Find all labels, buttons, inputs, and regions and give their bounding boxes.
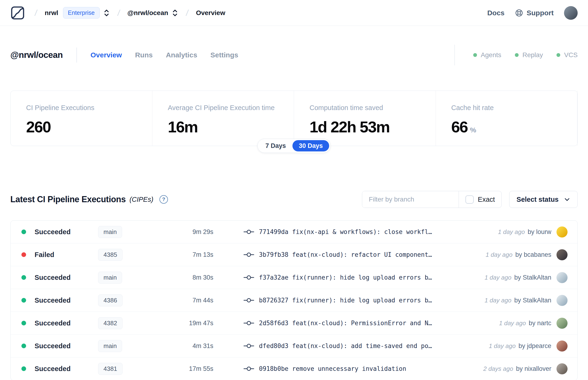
top-navbar: / nrwl Enterprise / @nrwl/ocean / Overvi… <box>0 0 588 26</box>
commit-cell[interactable]: f37a32ae fix(runner): hide log upload er… <box>244 274 485 281</box>
indicator-replay[interactable]: Replay <box>515 51 543 59</box>
indicator-label: Replay <box>522 51 543 59</box>
branch-badge[interactable]: 4382 <box>98 317 123 329</box>
commit-text: 2d58f6d3 feat(nx-cloud): PermissionError… <box>259 320 432 327</box>
green-dot-icon <box>556 53 560 57</box>
workspace-tabs: Overview Runs Analytics Settings <box>91 51 238 59</box>
divider <box>455 45 455 65</box>
cipe-row[interactable]: Failed 4385 7m 13s 3b79fb38 feat(nx-clou… <box>11 243 577 266</box>
stat-value: 260 <box>26 118 148 136</box>
commit-cell[interactable]: 771499da fix(nx-api & workflows): close … <box>244 228 498 235</box>
lifebuoy-icon <box>515 9 523 17</box>
branch-badge[interactable]: 4386 <box>98 294 123 306</box>
duration-label: 7m 13s <box>152 251 213 258</box>
cipe-row[interactable]: Succeeded 4386 7m 44s b8726327 fix(runne… <box>11 289 577 312</box>
cipe-row[interactable]: Succeeded main 8m 30s f37a32ae fix(runne… <box>11 266 577 289</box>
commit-cell[interactable]: 2d58f6d3 feat(nx-cloud): PermissionError… <box>244 320 499 327</box>
git-commit-icon <box>244 365 254 372</box>
tab-overview[interactable]: Overview <box>91 51 122 59</box>
branch-badge[interactable]: main <box>98 340 122 352</box>
workspace-title: @nrwl/ocean <box>10 50 63 60</box>
status-select-button[interactable]: Select status <box>509 191 578 208</box>
branch-badge[interactable]: 4385 <box>98 249 123 261</box>
author-label: by lourw <box>528 228 551 236</box>
enterprise-badge[interactable]: Enterprise <box>63 7 100 19</box>
cipe-table: Succeeded main 9m 29s 771499da fix(nx-ap… <box>10 220 578 380</box>
author-label: by StalkAltan <box>514 274 551 281</box>
cipe-row[interactable]: Succeeded 4382 19m 47s 2d58f6d3 feat(nx-… <box>11 312 577 335</box>
branch-column: main <box>98 272 152 284</box>
commit-meta: 1 day ago by StalkAltan <box>485 274 551 281</box>
cipe-row[interactable]: Succeeded main 4m 31s dfed80d3 feat(nx-c… <box>11 335 577 358</box>
commit-text: 3b79fb38 feat(nx-cloud): refactor UI com… <box>259 251 432 258</box>
branch-filter-input[interactable] <box>362 191 458 208</box>
status-label: Succeeded <box>35 342 98 350</box>
tab-runs[interactable]: Runs <box>135 51 153 59</box>
duration-label: 8m 30s <box>152 274 213 281</box>
branch-column: 4385 <box>98 249 152 261</box>
stat-card-cache-hit-rate: Cache hit rate 66% <box>436 91 578 146</box>
indicator-label: VCS <box>564 51 578 59</box>
branch-badge[interactable]: 4381 <box>98 363 123 375</box>
status-label: Succeeded <box>35 365 98 373</box>
author-avatar <box>556 272 568 283</box>
commit-cell[interactable]: b8726327 fix(runner): hide log upload er… <box>244 297 485 304</box>
author-label: by bcabanes <box>515 251 551 258</box>
cipe-row[interactable]: Succeeded 4381 17m 55s 0918b0be remove u… <box>11 358 577 380</box>
commit-cell[interactable]: dfed80d3 feat(nx-cloud): add time-saved … <box>244 342 489 349</box>
stat-label: Average CI Pipeline Execution time <box>168 104 289 112</box>
tab-settings[interactable]: Settings <box>210 51 238 59</box>
user-avatar[interactable] <box>564 6 578 20</box>
support-link[interactable]: Support <box>515 9 554 17</box>
workspace-header: @nrwl/ocean Overview Runs Analytics Sett… <box>0 49 588 61</box>
commit-cell[interactable]: 0918b0be remove unnecessary invalidation <box>244 365 483 372</box>
duration-label: 4m 31s <box>152 342 213 350</box>
period-option-7-days[interactable]: 7 Days <box>259 140 292 152</box>
divider <box>76 47 77 62</box>
org-switcher-chevrons-icon[interactable] <box>103 9 110 17</box>
workspace-switcher-chevrons-icon[interactable] <box>171 9 178 17</box>
exact-checkbox[interactable] <box>465 195 474 204</box>
duration-label: 17m 55s <box>152 365 213 373</box>
stat-value: 1d 22h 53m <box>309 118 431 136</box>
tab-analytics[interactable]: Analytics <box>166 51 197 59</box>
stat-value: 16m <box>168 118 289 136</box>
author-avatar <box>556 249 568 260</box>
status-dot-icon <box>21 343 26 348</box>
commit-text: f37a32ae fix(runner): hide log upload er… <box>259 274 432 281</box>
stats-cards: CI Pipeline Executions 260 Average CI Pi… <box>10 91 578 146</box>
author-label: by nartc <box>529 320 551 327</box>
commit-text: 0918b0be remove unnecessary invalidation <box>259 365 406 372</box>
branch-badge[interactable]: main <box>98 272 122 284</box>
git-commit-icon <box>244 342 254 349</box>
nx-cloud-logo-icon[interactable] <box>10 6 25 20</box>
indicator-agents[interactable]: Agents <box>473 51 501 59</box>
time-ago: 1 day ago <box>485 297 511 304</box>
docs-link[interactable]: Docs <box>487 9 505 17</box>
breadcrumb-workspace[interactable]: @nrwl/ocean <box>128 9 168 17</box>
chevron-down-icon <box>564 196 570 203</box>
green-dot-icon <box>473 53 477 57</box>
exact-toggle: Exact <box>459 191 502 208</box>
commit-cell[interactable]: 3b79fb38 feat(nx-cloud): refactor UI com… <box>244 251 486 258</box>
breadcrumb-org[interactable]: nrwl <box>45 9 58 17</box>
cipe-row[interactable]: Succeeded main 9m 29s 771499da fix(nx-ap… <box>11 221 577 243</box>
git-commit-icon <box>244 228 254 235</box>
support-label: Support <box>527 9 554 17</box>
author-label: by nixallover <box>516 365 551 373</box>
author-label: by StalkAltan <box>514 297 551 304</box>
help-icon[interactable]: ? <box>159 195 168 204</box>
status-dot-icon <box>21 275 26 280</box>
branch-badge[interactable]: main <box>98 226 122 238</box>
commit-text: 771499da fix(nx-api & workflows): close … <box>259 228 432 235</box>
indicator-vcs[interactable]: VCS <box>556 51 578 59</box>
time-ago: 2 days ago <box>483 365 513 373</box>
status-label: Succeeded <box>35 228 98 236</box>
indicator-label: Agents <box>481 51 501 59</box>
period-option-30-days[interactable]: 30 Days <box>292 140 329 152</box>
breadcrumb-page: Overview <box>196 9 225 17</box>
git-commit-icon <box>244 274 254 281</box>
status-dot-icon <box>21 366 26 371</box>
author-avatar <box>556 318 568 329</box>
author-avatar <box>556 295 568 306</box>
